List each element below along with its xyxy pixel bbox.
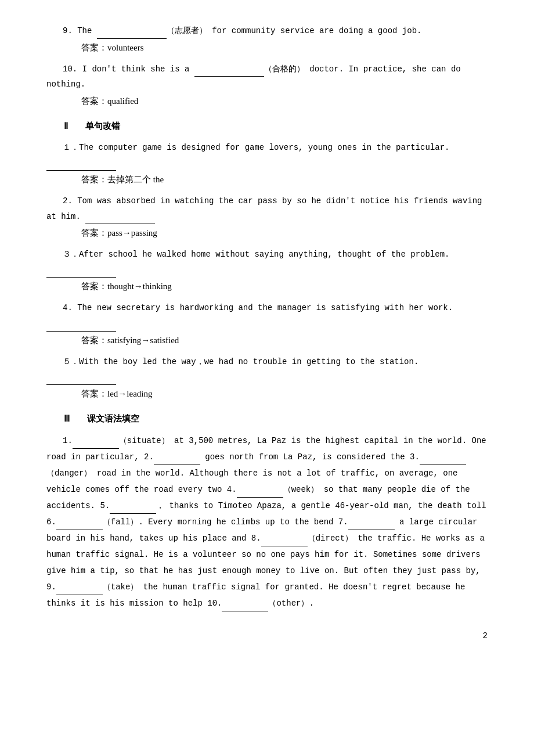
answer-10: 答案：qualified [46, 93, 488, 109]
section2-q4: 4. The new secretary is hardworking and … [46, 300, 488, 331]
question-9-section: 9. The （志愿者） for community service are d… [46, 23, 488, 56]
blank-3-1[interactable] [73, 438, 119, 449]
blank-3-3[interactable] [420, 455, 466, 465]
blank-3-7[interactable] [348, 520, 395, 530]
blank-3-5[interactable] [110, 503, 156, 514]
blank-3-8[interactable] [261, 536, 308, 546]
section2-q3: ３．After school he walked home without sa… [46, 247, 488, 278]
page-number: 2 [46, 629, 488, 643]
section2-q5: ５．With the boy led the way，we had no tro… [46, 354, 488, 385]
blank-9[interactable] [97, 28, 167, 39]
blank-3-10[interactable] [222, 601, 268, 611]
section3-paragraph: 1.（situate） at 3,500 metres, La Paz is t… [46, 433, 488, 611]
answer-s5: 答案：led→leading [46, 386, 488, 402]
section2-q1-section: １．The computer game is designed for game… [46, 140, 488, 188]
answer-s3: 答案：thought→thinking [46, 279, 488, 294]
section2-q5-section: ５．With the boy led the way，we had no tro… [46, 354, 488, 402]
blank-s4[interactable] [46, 321, 116, 332]
answer-s1: 答案：去掉第二个 the [46, 172, 488, 188]
blank-3-4[interactable] [237, 487, 283, 498]
blank-s1[interactable] [46, 160, 116, 171]
blank-s2[interactable] [85, 214, 155, 224]
blank-s5[interactable] [46, 375, 116, 385]
section-3-title: Ⅲ 课文语法填空 [46, 411, 488, 427]
section2-q3-section: ３．After school he walked home without sa… [46, 247, 488, 294]
blank-3-9[interactable] [56, 585, 103, 595]
blank-10[interactable] [194, 66, 264, 77]
question-10: 10. I don't think she is a （合格的） doctor.… [46, 62, 488, 92]
answer-s2: 答案：pass→passing [46, 225, 488, 241]
section2-q4-section: 4. The new secretary is hardworking and … [46, 300, 488, 348]
blank-3-6[interactable] [56, 520, 103, 530]
section2-q2: 2. Tom was absorbed in watching the car … [46, 193, 488, 224]
blank-3-2[interactable] [154, 455, 200, 465]
section2-q2-section: 2. Tom was absorbed in watching the car … [46, 193, 488, 241]
question-9: 9. The （志愿者） for community service are d… [46, 23, 488, 39]
section2-q1: １．The computer game is designed for game… [46, 140, 488, 171]
question-10-section: 10. I don't think she is a （合格的） doctor.… [46, 62, 488, 109]
answer-9: 答案：volunteers [46, 40, 488, 56]
blank-s3[interactable] [46, 267, 116, 278]
section-2-title: Ⅱ 单句改错 [46, 118, 488, 134]
answer-s4: 答案：satisfying→satisfied [46, 333, 488, 348]
